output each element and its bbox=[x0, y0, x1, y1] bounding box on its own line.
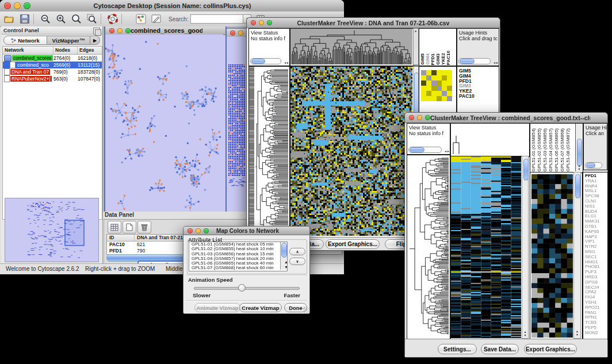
cv-tv2-heat[interactable] bbox=[451, 156, 521, 338]
dialog-button[interactable]: Animate Vizmap bbox=[194, 303, 240, 312]
tv2-hints-hscrollbar[interactable] bbox=[585, 162, 602, 168]
frame-zoom-button[interactable] bbox=[125, 28, 131, 33]
network-table-row[interactable]: RNAPuberNov2+| 563(0) 107847(0) bbox=[3, 75, 102, 82]
tv1-column-dendrogram[interactable] bbox=[290, 28, 414, 66]
save-icon[interactable] bbox=[18, 13, 31, 25]
column-label[interactable]: PFD1 bbox=[430, 53, 435, 65]
minimize-button[interactable] bbox=[417, 115, 422, 120]
close-button[interactable] bbox=[409, 115, 414, 120]
minimize-button[interactable] bbox=[14, 2, 21, 9]
network-table-header[interactable]: Network Nodes Edges bbox=[3, 47, 102, 55]
column-label[interactable]: PAC10 bbox=[446, 51, 451, 65]
cv-tv1-coldendro[interactable] bbox=[290, 29, 412, 64]
network-nodes-icon[interactable] bbox=[135, 13, 147, 25]
network-table-row[interactable]: combined_sco 2569(6) 13112(15) bbox=[3, 62, 102, 68]
minimize-button[interactable] bbox=[259, 20, 264, 25]
column-label[interactable]: GIM5 bbox=[420, 53, 425, 65]
cv-tv2-zoom[interactable] bbox=[531, 174, 573, 338]
resize-grip[interactable] bbox=[303, 307, 309, 313]
scroll-arrows[interactable]: ◂ ▸ bbox=[494, 60, 498, 64]
attribute-list-vscrollbar[interactable]: ▴▾ bbox=[280, 242, 287, 270]
search-input[interactable] bbox=[190, 14, 243, 24]
treeview-button[interactable]: Save Data... bbox=[481, 344, 519, 354]
treeview-button[interactable]: Export Graphics... bbox=[524, 344, 577, 354]
tv2-labels-vscrollbar[interactable]: ▴▾ bbox=[575, 124, 583, 171]
column-label[interactable]: GPL51-02 (GSM855) bbox=[537, 128, 542, 172]
window-controls[interactable] bbox=[0, 2, 30, 9]
network-table-row[interactable]: combined_scores 2764(0) 16218(0) bbox=[3, 55, 102, 62]
zoom-button[interactable] bbox=[267, 20, 272, 25]
zoom-in-icon[interactable] bbox=[55, 13, 67, 25]
zoom-fit-icon[interactable] bbox=[70, 13, 83, 25]
tv1-hints-hscrollbar[interactable] bbox=[458, 58, 491, 64]
treeview2-titlebar[interactable]: ClusterMaker TreeView : combined_scores_… bbox=[405, 113, 607, 123]
tv1-top-scroll-strip[interactable]: ▸ bbox=[413, 28, 419, 65]
minimize-button[interactable] bbox=[196, 228, 201, 233]
select-attributes-icon[interactable] bbox=[108, 221, 121, 233]
zoom-button[interactable] bbox=[24, 2, 30, 9]
treeview-button[interactable]: Export Graphics... bbox=[326, 239, 380, 249]
column-label[interactable]: GPL51-03 (GSM856) bbox=[542, 128, 548, 172]
zoom-selected-icon[interactable] bbox=[86, 13, 98, 25]
column-label[interactable]: GPL51-07 (GSM868) bbox=[560, 128, 565, 172]
cv-tv1-matrix[interactable] bbox=[421, 70, 452, 101]
attribute-list[interactable]: GPL51-01 (GSM854) heat shock 05 minGPL51… bbox=[189, 242, 288, 271]
tv2-zoom-vscrollbar[interactable]: ▴▾ bbox=[573, 172, 581, 339]
cv-network1[interactable] bbox=[105, 35, 223, 212]
delete-attribute-trash-icon[interactable] bbox=[137, 221, 151, 233]
cv-tv1-rowdendro[interactable] bbox=[249, 67, 288, 236]
network-frame-1[interactable]: combined_scores_good.txt--cluste... bbox=[104, 26, 227, 212]
float-panel-icon[interactable] bbox=[93, 28, 100, 35]
help-lifebuoy-icon[interactable] bbox=[106, 13, 119, 25]
tv1-main-heatmap[interactable] bbox=[290, 66, 414, 237]
tab-overflow-button[interactable]: ▶ bbox=[90, 36, 100, 45]
speed-slider-track[interactable] bbox=[194, 287, 300, 290]
zoom-button[interactable] bbox=[425, 115, 430, 120]
tab-vizmapper[interactable]: VizMapper™ bbox=[47, 36, 90, 45]
tv2-main-heatmap[interactable] bbox=[450, 156, 523, 340]
column-label[interactable]: GPL51-04 (GSM857) bbox=[548, 128, 554, 172]
main-titlebar[interactable]: Cytoscape Desktop (Session Name: collins… bbox=[0, 0, 344, 12]
dialog-titlebar[interactable]: Map Colors to Network bbox=[183, 227, 309, 235]
speed-slider-thumb[interactable] bbox=[238, 284, 246, 292]
tv2-status-hscrollbar[interactable] bbox=[408, 147, 442, 153]
cv-tv2-topdendro[interactable] bbox=[451, 124, 528, 155]
zoom-out-icon[interactable] bbox=[39, 13, 52, 25]
annotation-icon[interactable] bbox=[150, 13, 163, 25]
birdseye-view[interactable] bbox=[5, 198, 99, 262]
move-up-button[interactable]: ∧ bbox=[289, 248, 305, 255]
attribute-item[interactable]: GPL51-07 (GSM868) heat shock 60 min bbox=[190, 266, 287, 270]
close-button[interactable] bbox=[188, 228, 193, 233]
tv1-status-hscrollbar[interactable] bbox=[250, 58, 281, 64]
tv2-top-dendrogram-space[interactable] bbox=[450, 123, 530, 157]
scroll-arrows[interactable]: ◂ ▸ bbox=[445, 149, 449, 153]
close-button[interactable] bbox=[251, 20, 256, 25]
new-attribute-icon[interactable] bbox=[123, 221, 136, 233]
column-label[interactable]: GIM3 bbox=[435, 53, 441, 65]
tv2-heatmap-vscrollbar[interactable]: ▴▾ bbox=[522, 156, 529, 339]
frame-close-button[interactable] bbox=[109, 28, 114, 33]
open-file-icon[interactable] bbox=[3, 13, 16, 25]
column-label[interactable]: GPL51-08 (GSM872) bbox=[565, 128, 571, 172]
frame-window-controls[interactable] bbox=[105, 28, 131, 33]
gene-label[interactable]: MON2 bbox=[585, 331, 607, 336]
zoom-button[interactable] bbox=[204, 228, 209, 233]
close-button[interactable] bbox=[4, 2, 11, 9]
tv1-row-dendrogram[interactable] bbox=[248, 66, 290, 237]
tv2-zoom-heatmap[interactable] bbox=[530, 172, 575, 340]
cv-tv1-heat[interactable] bbox=[290, 67, 412, 236]
move-down-button[interactable]: ∨ bbox=[289, 258, 305, 265]
network-frame-titlebar[interactable]: combined_scores_good.txt--cluste... bbox=[105, 26, 225, 35]
tv2-row-dendrogram[interactable] bbox=[407, 155, 450, 340]
column-label[interactable]: YKE2 bbox=[441, 53, 446, 65]
column-label[interactable]: GIM4 bbox=[425, 53, 430, 65]
column-label[interactable]: GPL51-06 (GSM865) bbox=[554, 128, 560, 172]
tab-network[interactable]: Network bbox=[3, 36, 47, 45]
treeview1-titlebar[interactable]: ClusterMaker TreeView : DNA and Tran 07-… bbox=[247, 18, 500, 28]
cv-birdseye[interactable] bbox=[5, 198, 97, 260]
treeview-button[interactable]: Settings... bbox=[438, 344, 477, 354]
frame-minimize-button[interactable] bbox=[117, 28, 123, 33]
network-table-row[interactable]: DNA and Tran 07 769(0) 183728(0) bbox=[3, 68, 102, 75]
gene-label[interactable]: PAC10 bbox=[459, 94, 499, 99]
cv-tv2-rowdendro[interactable] bbox=[407, 155, 449, 338]
